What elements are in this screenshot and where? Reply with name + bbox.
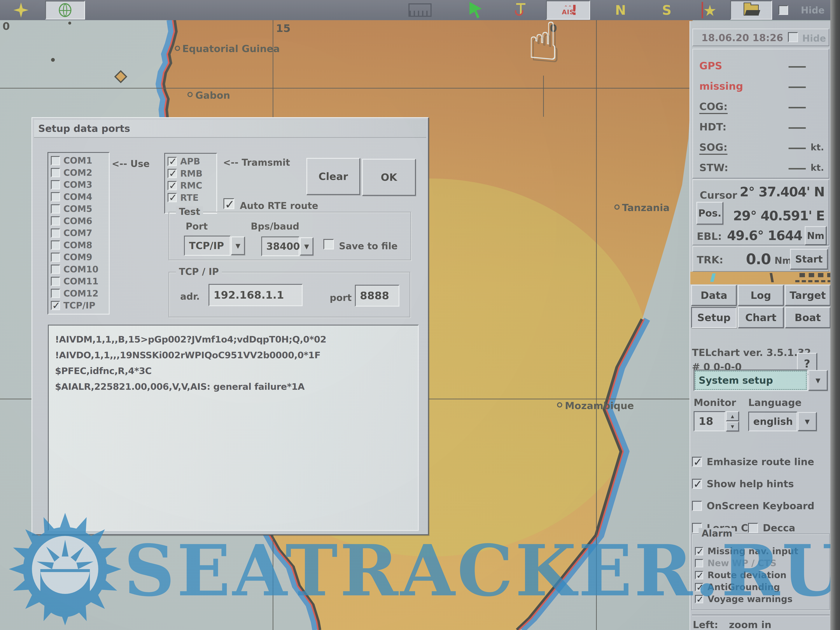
auto-rte-checkbox[interactable] (223, 198, 234, 209)
sentence-checkbox[interactable] (167, 157, 177, 166)
ok-button[interactable]: OK (362, 159, 416, 196)
com-port-checkbox[interactable] (51, 229, 60, 238)
setup-section-select[interactable]: System setup (694, 369, 808, 391)
nmea-monitor[interactable]: !AIVDM,1,1,,B,15>pGp002?JVmf1o4;vdDqpT0H… (48, 325, 419, 531)
alarm-row[interactable]: Voyage warnings (695, 593, 829, 605)
tcp-port-input[interactable]: 8888 (355, 285, 399, 306)
alarm-row[interactable]: AntiGrounding (695, 581, 829, 593)
com-port-row[interactable]: COM6 (48, 215, 109, 227)
com-port-checkbox[interactable] (51, 253, 60, 262)
alarm-row[interactable]: Missing nav. input (695, 545, 829, 557)
option-row[interactable]: Emhasize route line (692, 451, 814, 473)
sentence-list[interactable]: APB RMB RMC RTE (164, 153, 217, 214)
alarm-checkbox[interactable] (695, 595, 703, 603)
pos-button[interactable]: Pos. (696, 202, 723, 224)
com-port-checkbox[interactable] (51, 192, 60, 201)
com-port-checkbox[interactable] (51, 216, 60, 226)
scale-30-button[interactable] (300, 0, 319, 20)
tab-button[interactable]: Chart (738, 307, 783, 328)
sentence-row[interactable]: APB (165, 155, 216, 167)
clear-button[interactable]: Clear (306, 158, 360, 195)
open-folder-button[interactable] (730, 0, 772, 20)
route-button[interactable]: N (608, 0, 633, 20)
com-port-checkbox[interactable] (51, 240, 60, 250)
sentence-row[interactable]: RMB (165, 167, 216, 180)
scale-100-button[interactable] (266, 0, 289, 20)
language-select-arrow[interactable]: ▼ (798, 412, 817, 431)
com-port-checkbox[interactable] (51, 277, 60, 286)
option-checkbox[interactable] (692, 501, 702, 511)
compass-star-button[interactable] (11, 0, 30, 20)
save-to-file-checkbox[interactable] (324, 239, 334, 249)
scale-1000b-button[interactable] (162, 0, 187, 20)
alarm-row[interactable]: New WP / CTS (695, 557, 829, 569)
alarm-row[interactable]: Route deviation (695, 569, 829, 581)
tab-button[interactable]: Data (691, 285, 737, 306)
track-button[interactable]: S (654, 0, 679, 20)
sidebar-hide-checkbox[interactable] (788, 32, 798, 42)
alarm-checkbox[interactable] (695, 547, 703, 556)
sentence-row[interactable]: RMC (165, 180, 216, 192)
sentence-row[interactable]: RTE (165, 192, 216, 204)
waypoint-button[interactable] (695, 0, 722, 20)
spin-down-button[interactable]: ▼ (726, 422, 739, 431)
com-port-checkbox[interactable] (51, 265, 60, 274)
sentence-checkbox[interactable] (167, 193, 177, 202)
alarm-checkbox[interactable] (695, 571, 703, 579)
cursor-mode-button[interactable] (465, 0, 486, 20)
com-port-row[interactable]: COM3 (48, 179, 109, 191)
tab-button[interactable]: Log (738, 285, 783, 306)
com-port-checkbox[interactable] (51, 301, 60, 310)
com-port-row[interactable]: COM7 (48, 227, 109, 239)
adr-input[interactable]: 192.168.1.1 (208, 284, 303, 306)
tab-button[interactable]: Target (785, 285, 831, 306)
com-port-row[interactable]: COM2 (48, 167, 109, 179)
scale-1000-button[interactable] (114, 0, 139, 20)
baud-select[interactable]: 38400 (261, 237, 300, 256)
com-port-row[interactable]: COM5 (48, 203, 109, 215)
alarm-checkbox[interactable] (695, 583, 703, 591)
com-port-list[interactable]: COM1 COM2 COM3 COM4 COM5 (47, 152, 110, 314)
com-port-row[interactable]: COM11 (48, 275, 109, 287)
com-port-row[interactable]: COM8 (48, 239, 109, 251)
spin-up-button[interactable]: ▲ (726, 411, 739, 421)
com-port-checkbox[interactable] (51, 168, 60, 177)
language-select[interactable]: english (748, 412, 797, 431)
port-select[interactable]: TCP/IP (184, 235, 231, 256)
com-port-row[interactable]: COM9 (48, 251, 109, 263)
alarm-checkbox[interactable] (695, 559, 703, 567)
dialog-titlebar[interactable]: Setup data ports (34, 120, 426, 138)
option-checkbox[interactable] (692, 457, 702, 467)
com-port-row[interactable]: COM1 (48, 155, 109, 167)
com-port-checkbox[interactable] (51, 156, 60, 165)
scale-10-button[interactable] (328, 0, 346, 20)
com-port-row[interactable]: TCP/IP (48, 300, 109, 312)
ebl-unit-button[interactable]: Nm (805, 226, 827, 245)
tab-button[interactable]: Setup (691, 307, 737, 328)
sentence-checkbox[interactable] (167, 169, 177, 178)
trk-start-button[interactable]: Start (790, 249, 828, 269)
scale-300-button[interactable] (212, 0, 235, 20)
alert-button[interactable]: ! (567, 0, 582, 20)
com-port-checkbox[interactable] (51, 289, 60, 298)
ruler-button[interactable] (406, 0, 434, 20)
com-port-checkbox[interactable] (51, 204, 60, 213)
com-port-row[interactable]: COM4 (48, 191, 109, 203)
com-port-row[interactable]: COM10 (48, 263, 109, 276)
scale-3-button[interactable] (360, 0, 375, 20)
tab-button[interactable]: Boat (785, 307, 831, 328)
sentence-checkbox[interactable] (167, 181, 177, 190)
toolbar-hide-checkbox[interactable] (776, 0, 791, 20)
anchor-button[interactable] (510, 0, 531, 20)
com-port-row[interactable]: COM12 (48, 287, 109, 300)
option-row[interactable]: Show help hints (692, 473, 794, 495)
baud-select-arrow[interactable]: ▼ (300, 237, 313, 255)
option-row[interactable]: OnScreen Keyboard (692, 495, 815, 517)
globe-button[interactable] (45, 1, 85, 19)
option-checkbox[interactable] (692, 479, 702, 489)
port-select-arrow[interactable]: ▼ (231, 237, 245, 255)
setup-section-arrow[interactable]: ▼ (808, 370, 827, 391)
monitor-stepper[interactable]: 18 (694, 411, 726, 431)
com-port-checkbox[interactable] (51, 180, 60, 189)
option-checkbox[interactable] (748, 523, 758, 533)
